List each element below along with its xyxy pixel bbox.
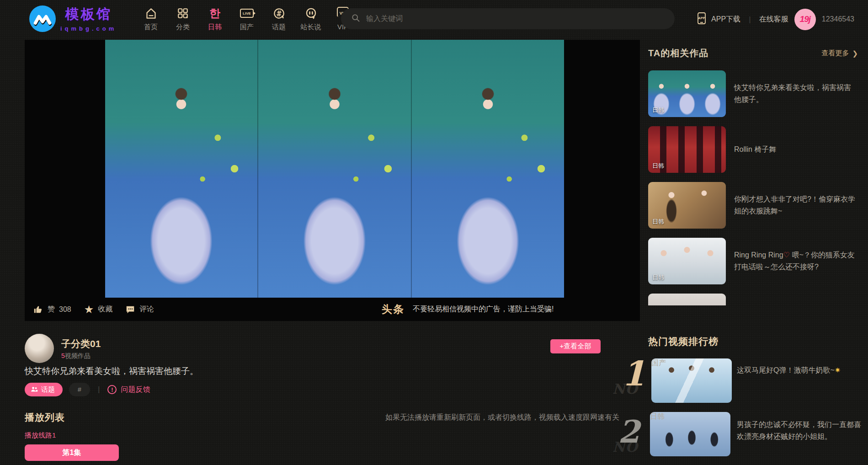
home-icon: [145, 6, 157, 20]
category-tag: 日韩: [652, 218, 664, 226]
author-avatar[interactable]: [25, 334, 54, 363]
main-nav: 首页 分类 한 日韩 LIVE 国产: [140, 6, 354, 32]
playlist-line[interactable]: 播放线路1: [25, 431, 56, 440]
people-icon: [31, 386, 38, 394]
related-title-text: 你刚才想入非非了对吧?！偷穿麻衣学姐的衣服跳舞~: [734, 193, 858, 217]
headline-text: 不要轻易相信视频中的广告，谨防上当受骗!: [413, 305, 554, 314]
site-logo[interactable]: 模板馆 iqmbg.com: [29, 5, 117, 32]
ranking-item-thumbnail[interactable]: 国产: [651, 358, 732, 403]
logo-title: 模板馆: [65, 5, 112, 24]
thumbs-up-icon: [33, 305, 43, 315]
nav-item-jp-kr[interactable]: 한 日韩: [204, 6, 226, 32]
nav-item-category[interactable]: 分类: [172, 6, 194, 32]
related-title-text: Ring Ring Ring♡ 喂~？你的猫系女友打电话啦～怎么还不接呀?: [734, 249, 858, 273]
search-icon: [351, 13, 360, 24]
nav-item-home[interactable]: 首页: [140, 6, 162, 32]
video-player[interactable]: [105, 40, 564, 298]
headline-notice: 头条 不要轻易相信视频中的广告，谨防上当受骗!: [382, 298, 554, 321]
logo-domain: iqmbg.com: [60, 25, 117, 32]
chevron-right-icon: ❯: [852, 49, 858, 58]
feedback-link[interactable]: ! 问题反馈: [107, 385, 150, 395]
related-thumbnail: 日韩: [648, 126, 726, 173]
favorite-button[interactable]: ★ 收藏: [84, 304, 113, 315]
support-label: 在线客服: [759, 15, 788, 24]
grid-icon: [177, 6, 189, 20]
related-works-panel: TA的相关作品 查看更多 ❯ 日韩 快艾特你兄弟来看美女啦，祸害祸害他腰子。 日…: [648, 40, 858, 305]
exclamation-icon: !: [107, 385, 117, 394]
user-id: 12346543: [822, 15, 854, 23]
divider: ｜: [746, 15, 753, 24]
video-action-bar: 赞 308 ★ 收藏 评论 头条 不要轻易相信视频中的广告，谨防上当受骗!: [25, 298, 640, 321]
live-camera-icon: LIVE: [240, 6, 254, 20]
author-works-count: 5视频作品: [61, 352, 91, 360]
rank-number: 1: [622, 357, 645, 390]
category-tag: 国产: [651, 359, 666, 367]
nav-label: 日韩: [208, 23, 222, 32]
site-19j-badge[interactable]: 19j: [794, 9, 816, 30]
divider: |: [98, 385, 100, 394]
category-tag: 日韩: [650, 412, 665, 420]
like-button[interactable]: 赞 308: [33, 305, 71, 315]
category-tag: 日韩: [652, 273, 664, 282]
view-all-button[interactable]: +查看全部: [550, 339, 601, 353]
top-navbar: 模板馆 iqmbg.com 首页 分类 한 日韩: [0, 0, 868, 38]
playback-notice: 如果无法播放请重新刷新页面，或者切换线路，视频载入速度跟网速有关，请: [385, 413, 621, 422]
svg-text:APP: APP: [698, 16, 705, 20]
hashtag-bubble-icon: [273, 6, 285, 20]
favorite-label: 收藏: [98, 305, 112, 314]
logo-wave-icon: [29, 5, 56, 32]
category-tag: 日韩: [652, 162, 664, 170]
player-block: 赞 308 ★ 收藏 评论 头条 不要轻易相信视频中的广告，谨防上当受骗!: [25, 40, 640, 321]
like-label: 赞: [48, 305, 55, 314]
episode-1-button[interactable]: 第1集: [25, 444, 119, 461]
search-bar: [341, 8, 675, 29]
phone-app-icon: APP: [696, 12, 707, 27]
app-download-link[interactable]: APP APP下载: [696, 12, 740, 27]
hangul-icon: 한: [209, 6, 220, 20]
like-count: 308: [59, 305, 71, 314]
ranking-item-text[interactable]: 男孩子的忠诚不必怀疑，我们一直都喜欢漂亮身材还贼好的小姐姐。: [737, 419, 866, 443]
related-item[interactable]: 日韩 你刚才想入非非了对吧?！偷穿麻衣学姐的衣服跳舞~: [648, 182, 858, 229]
nav-label: 话题: [272, 23, 286, 32]
nav-label: 分类: [176, 23, 190, 32]
page: 模板馆 iqmbg.com 首页 分类 한 日韩: [0, 0, 868, 465]
star-icon: ★: [84, 304, 94, 315]
related-title-text: Rollin 椅子舞: [734, 144, 858, 155]
app-download-label: APP下载: [711, 15, 740, 24]
related-works-title: TA的相关作品: [648, 47, 708, 59]
nav-label: 国产: [240, 23, 254, 32]
rank-number: 2: [618, 416, 639, 447]
ranking-item-thumbnail[interactable]: 日韩: [650, 412, 730, 456]
star-emoji-icon: ✷: [835, 366, 841, 374]
video-panel: [411, 40, 564, 298]
nav-item-domestic[interactable]: LIVE 国产: [236, 6, 258, 32]
playlist-title: 播放列表: [25, 411, 65, 424]
comment-button[interactable]: 评论: [125, 305, 154, 315]
related-thumbnail: 日韩: [648, 70, 726, 117]
support-link[interactable]: 在线客服: [759, 15, 788, 24]
search-input[interactable]: [366, 15, 665, 23]
nav-label: 站长说: [301, 23, 321, 32]
related-item[interactable]: 日韩 Ring Ring Ring♡ 喂~？你的猫系女友打电话啦～怎么还不接呀?: [648, 238, 858, 284]
hash-badge[interactable]: #: [69, 383, 90, 396]
video-panel: [105, 40, 257, 298]
related-item[interactable]: 日韩 Rollin 椅子舞: [648, 126, 858, 173]
topic-badge[interactable]: 话题: [25, 383, 63, 396]
ranking-item-text[interactable]: 这双马尾好Q弹！激萌牛奶歌~✷: [737, 364, 866, 376]
badge-row: 话题 # | ! 问题反馈: [25, 383, 150, 396]
nav-item-webmaster[interactable]: 站长说: [300, 6, 322, 32]
nav-label: 首页: [144, 23, 158, 32]
comment-label: 评论: [139, 305, 154, 314]
related-thumbnail: 日韩: [648, 238, 726, 284]
related-item[interactable]: 日韩 快艾特你兄弟来看美女啦，祸害祸害他腰子。: [648, 70, 858, 117]
related-title-text: 快艾特你兄弟来看美女啦，祸害祸害他腰子。: [734, 82, 858, 106]
video-panel: [257, 40, 410, 298]
nav-item-topics[interactable]: 话题: [268, 6, 290, 32]
ranking-title: 热门视频排行榜: [648, 335, 719, 348]
category-tag: 日韩: [652, 106, 664, 114]
author-name[interactable]: 子分类01: [61, 337, 101, 350]
related-item[interactable]: Magnet学姐没关系的的她小朋友了: [648, 294, 858, 305]
related-thumbnail: 日韩: [648, 182, 726, 229]
comment-bubble-icon: [125, 305, 135, 315]
see-more-link[interactable]: 查看更多 ❯: [821, 49, 858, 58]
